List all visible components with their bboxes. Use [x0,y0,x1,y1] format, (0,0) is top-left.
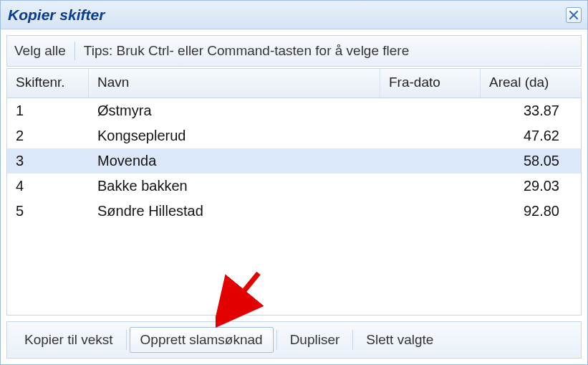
table-row[interactable]: 5Søndre Hillestad92.80 [7,199,581,224]
col-header-area[interactable]: Areal (da) [481,69,581,98]
cell-num: 5 [7,199,89,224]
cell-date [380,148,481,174]
cell-area: 58.05 [481,148,581,174]
copy-to-crop-button[interactable]: Kopier til vekst [14,328,123,352]
cell-num: 2 [7,123,89,148]
toolbar: Velg alle Tips: Bruk Ctrl- eller Command… [6,35,582,67]
table-row[interactable]: 1Østmyra33.87 [7,98,581,123]
cell-area: 29.03 [481,174,581,199]
footer-separator [276,330,277,350]
table-row[interactable]: 4Bakke bakken29.03 [7,174,581,199]
grid-header: Skiftenr. Navn Fra-dato Areal (da) [7,69,581,98]
toolbar-separator [74,42,75,60]
cell-name: Bakke bakken [89,174,380,199]
grid-body: 1Østmyra33.872Kongseplerud47.623Movenda5… [7,98,581,315]
copy-fields-dialog: Kopier skifter Velg alle Tips: Bruk Ctrl… [0,0,588,365]
close-icon [569,10,579,20]
create-sludge-button[interactable]: Opprett slamsøknad [130,327,274,353]
cell-name: Østmyra [89,98,380,123]
cell-area: 47.62 [481,123,581,148]
duplicate-button[interactable]: Dupliser [280,328,350,352]
table-row[interactable]: 3Movenda58.05 [7,148,581,174]
cell-num: 3 [7,148,89,174]
cell-date [380,199,481,224]
cell-name: Kongseplerud [89,123,380,148]
col-header-name[interactable]: Navn [89,69,380,98]
cell-area: 92.80 [481,199,581,224]
cell-date [380,174,481,199]
cell-date [380,98,481,123]
footer-toolbar: Kopier til vekst Opprett slamsøknad Dupl… [6,321,582,359]
cell-date [380,123,481,148]
col-header-num[interactable]: Skiftenr. [7,69,89,98]
table-row[interactable]: 2Kongseplerud47.62 [7,123,581,148]
delete-selected-button[interactable]: Slett valgte [356,328,443,352]
cell-area: 33.87 [481,98,581,123]
cell-name: Movenda [89,148,380,174]
cell-num: 4 [7,174,89,199]
grid: Skiftenr. Navn Fra-dato Areal (da) 1Østm… [6,68,582,316]
cell-num: 1 [7,98,89,123]
titlebar: Kopier skifter [1,1,587,29]
footer-separator [352,330,353,350]
close-button[interactable] [566,7,582,23]
footer-separator [126,330,127,350]
select-all-link[interactable]: Velg alle [14,43,66,59]
dialog-title: Kopier skifter [8,6,566,24]
toolbar-tip: Tips: Bruk Ctrl- eller Command-tasten fo… [84,43,409,59]
cell-name: Søndre Hillestad [89,199,380,224]
col-header-date[interactable]: Fra-dato [380,69,481,98]
